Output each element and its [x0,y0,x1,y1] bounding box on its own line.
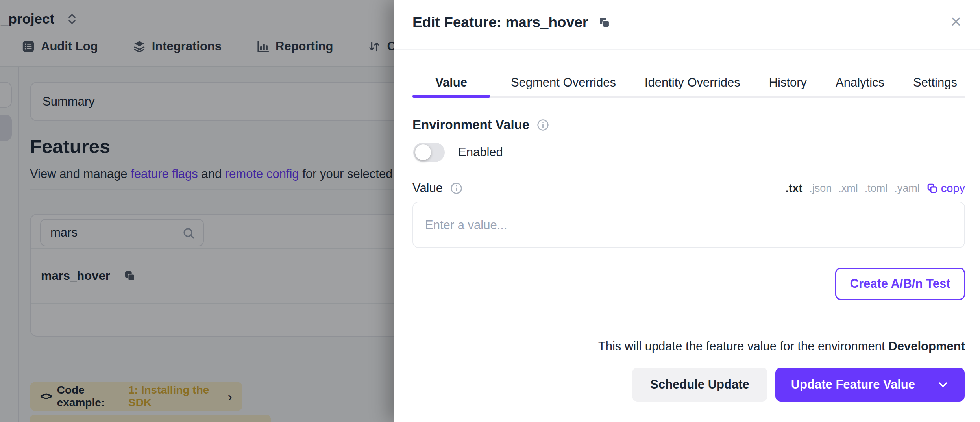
value-input[interactable] [412,202,965,248]
tab-label: History [769,76,807,90]
tab-label: Value [435,76,467,90]
close-icon[interactable]: ✕ [950,15,962,29]
enabled-toggle-row: Enabled [413,143,503,162]
footer-message: This will update the feature value for t… [412,339,965,354]
drawer-tabs: Value Segment Overrides Identity Overrid… [412,68,965,98]
tab-label: Identity Overrides [645,76,740,90]
format-txt[interactable]: .txt [786,182,803,195]
tab-history[interactable]: History [761,68,815,98]
drawer-title: Edit Feature: mars_hover [412,14,611,31]
environment-value-heading: Environment Value [412,117,549,132]
tab-label: Segment Overrides [511,76,616,90]
create-abn-test-button[interactable]: Create A/B/n Test [835,268,965,300]
toggle-label: Enabled [458,145,503,159]
chevron-down-icon[interactable] [937,379,949,391]
tab-value[interactable]: Value [412,68,490,98]
footer-message-text: This will update the feature value for t… [598,339,889,353]
enabled-toggle[interactable] [413,143,445,162]
copy-label: copy [941,182,965,195]
drawer-header-divider [394,49,980,50]
drawer-footer-divider [412,320,965,320]
toggle-knob [415,144,431,160]
tab-analytics[interactable]: Analytics [828,68,892,98]
tab-settings[interactable]: Settings [905,68,965,98]
copy-icon [926,183,938,194]
update-feature-value-button[interactable]: Update Feature Value [775,368,965,402]
value-label-group: Value [412,181,463,195]
format-group: .txt .json .xml .toml .yaml copy [786,182,965,195]
edit-feature-drawer: Edit Feature: mars_hover ✕ Value Segment… [394,0,980,422]
info-icon[interactable] [536,118,549,131]
footer-buttons: Schedule Update Update Feature Value [632,368,965,402]
update-button-label: Update Feature Value [791,378,915,392]
drawer-title-text: Edit Feature: mars_hover [412,14,588,31]
format-yaml[interactable]: .yaml [894,182,920,194]
copy-icon[interactable] [598,16,611,29]
value-label: Value [412,181,443,195]
tab-label: Analytics [836,76,884,90]
environment-name: Development [888,339,965,353]
format-xml[interactable]: .xml [838,182,858,194]
format-json[interactable]: .json [809,182,832,194]
format-toml[interactable]: .toml [865,182,888,194]
tab-label: Settings [913,76,957,90]
copy-value-link[interactable]: copy [926,182,965,195]
info-icon[interactable] [450,182,463,195]
value-header-row: Value .txt .json .xml .toml .yaml copy [412,178,965,198]
schedule-update-button[interactable]: Schedule Update [632,368,767,402]
tab-identity-overrides[interactable]: Identity Overrides [637,68,748,98]
tab-segment-overrides[interactable]: Segment Overrides [503,68,624,98]
environment-value-title: Environment Value [412,117,529,132]
